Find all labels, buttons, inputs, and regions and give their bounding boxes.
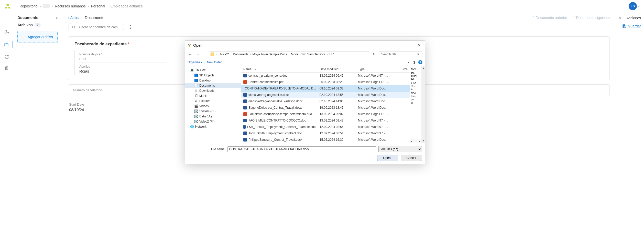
back-button[interactable]: ‹ Atrás	[68, 16, 79, 20]
folder-icon: 🌐	[190, 125, 194, 128]
filename-label: File name:	[211, 147, 225, 151]
folder-icon[interactable]	[4, 42, 9, 47]
file-row[interactable]: Contrat-confidentialite.pdf 26.09.2023 0…	[241, 79, 410, 85]
file-row[interactable]: contract_graziano_serra.doc 13.09.2024 0…	[241, 73, 410, 79]
col-type[interactable]: Type	[356, 66, 397, 72]
scroll-down-icon[interactable]: ▾	[422, 139, 424, 143]
close-button[interactable]: ✕	[416, 42, 422, 48]
breadcrumb-item[interactable]: Recursos humanos	[55, 4, 86, 8]
pdf-file-icon	[243, 80, 247, 84]
open-button[interactable]: Open▼	[377, 155, 398, 161]
tree-item[interactable]: 💽Data (D:)	[185, 114, 241, 119]
file-row[interactable]: PhilippeSaussure_Contrat_Travail.docx 15…	[241, 137, 410, 143]
tree-item[interactable]: 📄Documents	[185, 83, 241, 88]
clipboard-icon[interactable]	[4, 66, 9, 71]
view-menu-icon[interactable]: ☰ ▾	[404, 61, 409, 64]
chevron-down-icon: ▼	[394, 157, 397, 159]
tree-item[interactable]: 💻This PC	[185, 68, 241, 73]
kebab-menu-icon[interactable]: ⋮	[128, 25, 133, 29]
refresh-icon[interactable]: ↻	[371, 52, 377, 57]
folder-icon: 💽	[194, 120, 198, 123]
organize-menu[interactable]: Organize ▾	[188, 61, 202, 64]
tree-item[interactable]: ⬇Downloads	[185, 88, 241, 93]
file-row[interactable]: EugeneDelacroix_Contrat_Travail.docx 19.…	[241, 105, 410, 111]
folder-icon: 💻	[190, 68, 194, 72]
file-row[interactable]: John_Smith_Employment_contract.doc 12.09…	[241, 130, 410, 137]
breadcrumb-item[interactable]: Personal	[91, 4, 105, 8]
tree-item[interactable]: 🟦3D Objects	[185, 73, 241, 78]
dialog-title: Open	[193, 43, 203, 47]
list-header: Name▲ Date modified Type Size	[241, 66, 410, 73]
docx-file-icon	[243, 99, 247, 103]
file-row[interactable]: FAC-SIMILE-CONTRATTO-COCOCO.doc 13.09.20…	[241, 117, 410, 124]
folder-icon: 🟦	[194, 79, 198, 82]
folder-icon: 🟦	[194, 74, 198, 77]
address-bar[interactable]: › This PC› Documents› Moya Town Sample D…	[209, 52, 369, 57]
search-input[interactable]	[78, 25, 121, 29]
pdf-file-icon	[243, 112, 247, 116]
col-date[interactable]: Date modified	[318, 66, 356, 72]
field-search[interactable]	[68, 23, 124, 31]
tree-item[interactable]: 🎵Music	[185, 93, 241, 98]
chevron-down-icon: ⌄	[638, 5, 640, 7]
folder-icon: 💽	[194, 109, 198, 113]
file-row[interactable]: FSA_Ethical_Employment_Contract_Example.…	[241, 124, 410, 130]
file-row[interactable]: dienstvertrag-angestellte_karlsson.docx …	[241, 98, 410, 105]
docx-file-icon	[243, 138, 247, 142]
folder-icon: 🖼	[194, 99, 198, 103]
last-name-field[interactable]: Apellido Rojas	[79, 63, 167, 75]
tree-item[interactable]: 💽System (C:)	[185, 109, 241, 114]
filename-input[interactable]	[227, 146, 376, 152]
nav-back-icon[interactable]: ←	[188, 52, 193, 57]
nav-up-icon[interactable]: ↑	[203, 52, 207, 57]
file-row[interactable]: CONTRATO-DE-TRABAJO-SUJETO-A-MODALID... …	[241, 85, 410, 92]
path-segment[interactable]: HR	[329, 53, 334, 56]
col-size[interactable]: Size	[397, 66, 410, 72]
tree-item[interactable]: 🎬Videos	[185, 104, 241, 109]
col-name[interactable]: Name▲	[241, 66, 318, 72]
chevron-right-icon: ›	[107, 4, 108, 8]
tree-item[interactable]: 🌐Network	[185, 124, 241, 129]
tree-item[interactable]: 🟦Desktop	[185, 78, 241, 83]
help-icon[interactable]: ?	[418, 60, 422, 64]
file-row[interactable]: dienstvertrag-angestellte.docx 02.10.202…	[241, 92, 410, 98]
user-menu[interactable]: LS ⌄	[629, 2, 640, 10]
first-name-field[interactable]: Nombre de pila * Luis	[79, 51, 167, 63]
back-label: Atrás	[70, 16, 79, 20]
folder-icon: ⬇	[194, 89, 198, 93]
add-file-button[interactable]: ＋ Agregar archivo	[17, 31, 58, 43]
preview-toggle-icon[interactable]: ◨	[412, 61, 415, 64]
folder-icon: 🎬	[194, 104, 198, 108]
page-prev-icon[interactable]: ◂	[410, 139, 413, 143]
folder-icon: 📄	[194, 84, 198, 87]
filetype-select[interactable]: All Files (*.*)	[378, 146, 422, 152]
tree-item[interactable]: 💽Video2 (F:)	[185, 119, 241, 124]
scroll-up-icon[interactable]: ▴	[422, 66, 424, 70]
expand-right-icon[interactable]: »	[619, 16, 621, 20]
dialog-search[interactable]: 🔍︎	[379, 52, 422, 57]
chevron-down-icon[interactable]: ⌄	[365, 53, 367, 56]
file-row[interactable]: Fac-simile-assunzione-tempo-determinato-…	[241, 111, 410, 117]
path-segment[interactable]: This PC	[218, 53, 229, 56]
save-button[interactable]: Guardar	[619, 24, 641, 28]
save-icon	[622, 24, 626, 28]
refresh-icon[interactable]	[4, 54, 9, 59]
path-segment[interactable]: Moya Town Sample Docs	[252, 53, 287, 56]
files-count-badge: 0	[35, 23, 41, 27]
path-segment[interactable]: Documents	[233, 53, 248, 56]
path-segment[interactable]: Moya Town Sample Docs	[291, 53, 325, 56]
docx-file-icon	[243, 93, 247, 97]
breadcrumb-item[interactable]: Repositorio	[19, 4, 38, 8]
collapse-left-icon[interactable]: «	[56, 16, 58, 20]
breadcrumb-ellipsis[interactable]: …	[43, 4, 50, 8]
main-layout: Documento « Archivos 0 ＋ Agregar archivo…	[0, 12, 644, 252]
new-folder-button[interactable]: New folder	[207, 61, 222, 64]
search-icon	[72, 25, 75, 29]
cancel-button[interactable]: Cancel	[401, 155, 422, 161]
tree-item[interactable]: 🖼Pictures	[185, 98, 241, 104]
page-next-icon[interactable]: ▸	[418, 139, 421, 143]
dialog-search-input[interactable]	[381, 53, 416, 56]
folder-icon: 💽	[194, 115, 198, 118]
preview-scrollbar[interactable]: ▴ ▾	[421, 66, 425, 143]
chart-icon[interactable]	[4, 30, 9, 35]
